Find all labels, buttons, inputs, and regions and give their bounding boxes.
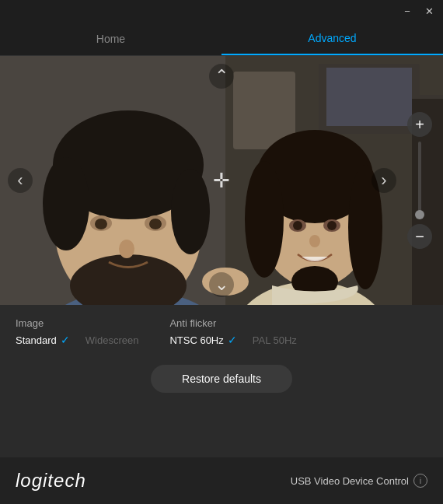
svg-point-28 [309,235,320,247]
minimize-button[interactable]: − [399,3,415,19]
svg-point-26 [293,221,302,230]
tab-advanced[interactable]: Advanced [222,22,443,55]
image-control-group: Image Standard ✓ Widescreen [16,317,138,346]
svg-point-21 [245,161,284,278]
antiflicker-ntsc-option[interactable]: NTSC 60Hz ✓ [169,334,236,346]
main-window: − ✕ Home Advanced [0,0,443,504]
widescreen-label: Widescreen [85,334,139,346]
antiflicker-label: Anti flicker [169,317,296,329]
pan-right-button[interactable]: › [371,168,396,193]
close-button[interactable]: ✕ [421,3,437,19]
svg-point-15 [95,219,107,229]
image-label: Image [16,317,138,329]
svg-rect-6 [412,95,443,99]
ntsc-checkmark: ✓ [228,334,237,346]
svg-point-27 [327,221,337,230]
ntsc-label: NTSC 60Hz [169,334,223,346]
restore-defaults-button[interactable]: Restore defaults [151,365,292,393]
device-name-row: USB Video Device Control i [291,474,427,488]
antiflicker-options: NTSC 60Hz ✓ PAL 50Hz [169,334,296,346]
svg-point-10 [43,157,89,250]
info-icon[interactable]: i [413,474,427,488]
pan-up-button[interactable]: ⌃ [209,64,234,89]
svg-rect-5 [412,95,443,305]
tab-bar: Home Advanced [0,22,443,56]
standard-checkmark: ✓ [61,334,70,346]
svg-point-11 [171,169,210,254]
restore-btn-row: Restore defaults [16,346,427,408]
pan-down-button[interactable]: ⌄ [209,272,234,297]
image-options: Standard ✓ Widescreen [16,334,138,346]
standard-label: Standard [16,334,57,346]
controls-section: Image Standard ✓ Widescreen Anti flicker [0,305,443,418]
device-name-text: USB Video Device Control [291,475,409,487]
title-bar: − ✕ [0,0,443,22]
image-widescreen-option[interactable]: Widescreen [85,334,139,346]
antiflicker-control-group: Anti flicker NTSC 60Hz ✓ PAL 50Hz [169,317,296,346]
image-standard-option[interactable]: Standard ✓ [16,334,70,346]
footer: logitech USB Video Device Control i [0,457,443,504]
logitech-logo: logitech [16,470,86,492]
pan-left-button[interactable]: ‹ [8,168,33,193]
controls-row: Image Standard ✓ Widescreen Anti flicker [16,317,427,346]
svg-point-16 [149,219,162,229]
svg-point-17 [119,240,134,258]
antiflicker-pal-option[interactable]: PAL 50Hz [253,334,297,346]
camera-preview: ⌃ ⌄ ‹ › ✛ + − [0,56,443,305]
pal-label: PAL 50Hz [253,334,297,346]
tab-home[interactable]: Home [0,22,222,55]
svg-rect-4 [326,68,412,126]
